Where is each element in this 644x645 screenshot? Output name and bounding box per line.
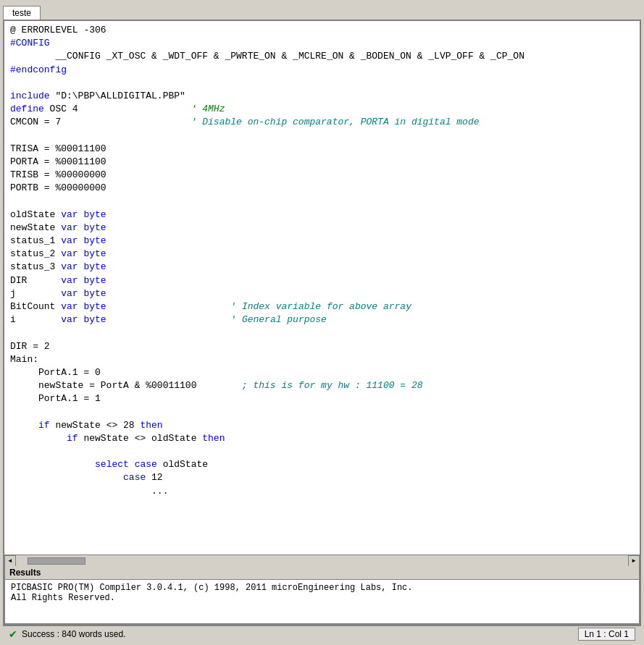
results-line-1: PICBASIC PRO(TM) Compiler 3.0.4.1, (c) 1…: [11, 583, 633, 593]
status-cursor-text: Ln 1 : Col 1: [578, 628, 635, 641]
results-panel: Results PICBASIC PRO(TM) Compiler 3.0.4.…: [4, 566, 640, 624]
code-content: @ ERRORLEVEL -306 #CONFIG __CONFIG _XT_O…: [10, 24, 634, 498]
results-header: Results: [5, 566, 639, 580]
tab-bar: teste: [3, 3, 641, 21]
success-icon: ✔: [9, 628, 17, 640]
status-bar: ✔ Success : 840 words used. Ln 1 : Col 1: [3, 625, 641, 642]
code-editor[interactable]: @ ERRORLEVEL -306 #CONFIG __CONFIG _XT_O…: [4, 21, 640, 555]
status-left: ✔ Success : 840 words used.: [9, 628, 125, 640]
results-header-label: Results: [9, 568, 41, 578]
scrollbar-thumb[interactable]: [28, 557, 85, 565]
results-content: PICBASIC PRO(TM) Compiler 3.0.4.1, (c) 1…: [5, 580, 639, 623]
status-right: Ln 1 : Col 1: [578, 628, 635, 641]
tab-teste[interactable]: teste: [3, 6, 41, 20]
scroll-left-button[interactable]: ◄: [4, 555, 16, 567]
scroll-right-button[interactable]: ►: [628, 555, 640, 567]
tab-label: teste: [12, 8, 31, 18]
status-success-text: Success : 840 words used.: [22, 629, 125, 639]
results-line-2: All Rights Reserved.: [11, 593, 633, 603]
scrollbar-track[interactable]: [28, 557, 616, 565]
horizontal-scrollbar[interactable]: ◄ ►: [4, 555, 640, 566]
